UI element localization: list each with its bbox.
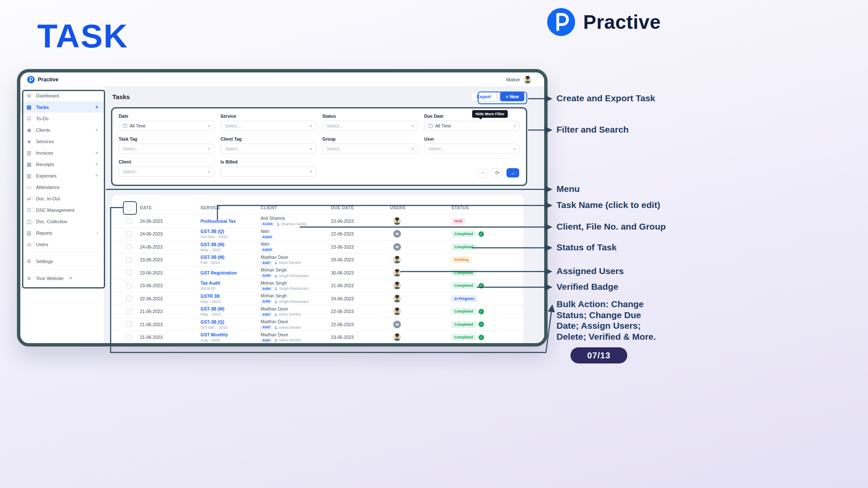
table-row[interactable]: 24-06-2023GST-3B (Q)Oct-Dec - 2022NitinA… [112, 227, 523, 241]
sidebar-divider [26, 269, 98, 270]
verified-badge-icon: ✓ [479, 322, 484, 327]
filter-label: Service [220, 114, 316, 119]
sidebar-item-settings[interactable]: ⚙Settings [20, 255, 104, 267]
add-icon[interactable]: + [95, 172, 98, 179]
apply-filters-button[interactable]: → [506, 168, 519, 177]
filter-date-select[interactable]: All Time▾ [119, 121, 214, 131]
table-row[interactable]: 24-06-2023GST-3B (M)May - 2023NitinASER2… [112, 240, 523, 253]
sidebar-item-dashboard[interactable]: ⊞Dashboard [20, 90, 104, 101]
task-name-link[interactable]: GSTR 3B [200, 294, 261, 299]
filter-group-select[interactable]: Select...▾ [323, 144, 418, 154]
filter-client-tag-select[interactable]: Select...▾ [220, 144, 316, 154]
collapse-filters-button[interactable]: − [477, 168, 488, 177]
sidebar-item-users[interactable]: ◎Users [20, 238, 104, 250]
sidebar-item-to-do[interactable]: ☑To-Do [20, 113, 104, 124]
task-name-link[interactable]: GST-3B (M) [200, 306, 261, 311]
group-icon [274, 287, 278, 290]
account-avatar[interactable] [524, 76, 531, 83]
filter-field-client: ClientSelect...▾ [119, 159, 214, 177]
row-checkbox[interactable] [126, 283, 132, 288]
filter-label: Date [119, 114, 214, 119]
filter-status-select[interactable]: Select...▾ [323, 121, 418, 131]
status-badge: Completed [451, 244, 476, 250]
sidebar-item-clients[interactable]: ◉Clients+ [20, 124, 104, 136]
row-checkbox[interactable] [126, 296, 132, 301]
sidebar-item-receipts[interactable]: ▦Receipts+ [20, 158, 104, 170]
row-checkbox[interactable] [126, 309, 132, 314]
task-name-link[interactable]: GST-3B (Q) [200, 319, 261, 324]
group-icon [274, 338, 278, 342]
sidebar-item-label: Dashboard [36, 93, 59, 98]
add-icon[interactable]: + [95, 104, 98, 110]
sidebar-item-label: Tasks [36, 105, 49, 110]
task-name-link[interactable]: GST-3B (Q) [200, 229, 261, 234]
table-row[interactable]: 21-06-2023GST-3B (Q)Oct-Dec - 2021Madhav… [112, 318, 523, 331]
calendar-icon [123, 124, 127, 128]
table-row[interactable]: 22-06-2023GSTR 3BMay - 2023Mohan SinghA4… [112, 292, 523, 305]
table-row[interactable]: 24-06-2023Professional TaxAnil SharmaA13… [112, 214, 523, 227]
table-row[interactable]: 21-06-2023GST-3B (M)May - 2023Madhav Dav… [112, 305, 523, 318]
filter-service-select[interactable]: Select...▾ [220, 121, 316, 131]
sidebar-item-expenses[interactable]: ▧Expenses+ [20, 170, 104, 181]
table-row[interactable]: 23-06-2023GST RegistrationMohan SinghA45… [112, 266, 523, 279]
table-row[interactable]: 23-06-2023Tax Audit2019-20Mohan SinghA45… [112, 279, 523, 292]
filter-due-date-select[interactable]: All Time▾ [424, 121, 520, 131]
refresh-icon[interactable]: ⟳ [492, 168, 503, 177]
task-name-link[interactable]: GST-3B (M) [200, 242, 261, 247]
task-date: 24-06-2023 [140, 244, 200, 250]
client-group: Dave Dentist [274, 325, 301, 330]
task-date: 22-06-2023 [140, 296, 200, 301]
row-checkbox[interactable] [126, 257, 132, 263]
table-row[interactable]: 23-06-2023GST-3B (M)Feb - 2023Madhav Dav… [112, 253, 523, 266]
task-date: 21-06-2023 [140, 322, 200, 327]
sidebar-item-reports[interactable]: ▨Reports› [20, 227, 104, 238]
sidebar-item-invoices[interactable]: ▥Invoices+ [20, 147, 104, 158]
poster-title: TASK [37, 17, 128, 55]
row-checkbox[interactable] [126, 335, 132, 340]
filter-value: Select... [225, 123, 241, 128]
sidebar-item-your-website[interactable]: ⊕Your Website↗ [20, 272, 104, 284]
export-button[interactable]: Export [471, 92, 497, 101]
filter-label: User [424, 136, 520, 141]
sidebar-item-dsc-management[interactable]: ⊡DSC Management [20, 204, 104, 216]
sidebar-item-tasks[interactable]: ▤Tasks+ [20, 101, 104, 113]
task-name-link[interactable]: Professional Tax [200, 219, 261, 224]
row-checkbox[interactable] [126, 322, 132, 327]
sidebar-item-label: Doc. In-Out [36, 196, 60, 201]
app-logo: Practive [27, 76, 58, 83]
add-icon[interactable]: + [95, 161, 98, 167]
table-row[interactable]: 21-06-2023GST MonthlyAug - 2023Madhav Da… [112, 331, 523, 344]
task-name-link[interactable]: GST Monthly [200, 332, 261, 337]
row-checkbox[interactable] [126, 244, 132, 250]
file-no-badge: A456 [261, 273, 272, 278]
row-checkbox[interactable] [126, 270, 132, 275]
sidebar-item-services[interactable]: ◈Services [20, 136, 104, 147]
filter-is-billed-select[interactable]: ▾ [220, 166, 316, 177]
task-name-link[interactable]: Tax Audit [200, 280, 261, 286]
task-name-link[interactable]: GST Registration [200, 270, 261, 275]
sidebar-item-doc-in-out[interactable]: ⇄Doc. In-Out [20, 193, 104, 204]
new-task-button[interactable]: + New [500, 92, 524, 101]
clients-icon: ◉ [26, 127, 32, 133]
row-checkbox[interactable] [126, 218, 132, 224]
task-name-link[interactable]: GST-3B (M) [200, 255, 261, 260]
filter-client-select[interactable]: Select...▾ [119, 166, 214, 177]
client-name: Nitin [261, 241, 331, 247]
sidebar-item-doc-collection[interactable]: ◫Doc. Collection [20, 216, 104, 227]
add-icon[interactable]: + [95, 127, 98, 133]
task-date: 21-06-2023 [140, 335, 200, 340]
filter-label: Task Tag [119, 136, 214, 141]
app-brand-name: Practive [38, 77, 58, 83]
account-name[interactable]: Mative [506, 77, 520, 82]
client-name: Madhav Dave [261, 332, 331, 337]
add-icon[interactable]: + [95, 150, 98, 156]
task-date: 21-06-2023 [140, 309, 200, 314]
sidebar-item-attendance[interactable]: ▭Attendance [20, 181, 104, 193]
filter-task-tag-select[interactable]: Select...▾ [119, 144, 214, 154]
select-all-checkbox[interactable] [126, 205, 132, 211]
filter-label: Client Tag [220, 136, 316, 141]
filter-user-select[interactable]: Select...▾ [424, 144, 520, 154]
user-avatar [393, 269, 401, 277]
row-checkbox[interactable] [126, 231, 132, 237]
sidebar-item-label: Attendance [36, 185, 60, 190]
